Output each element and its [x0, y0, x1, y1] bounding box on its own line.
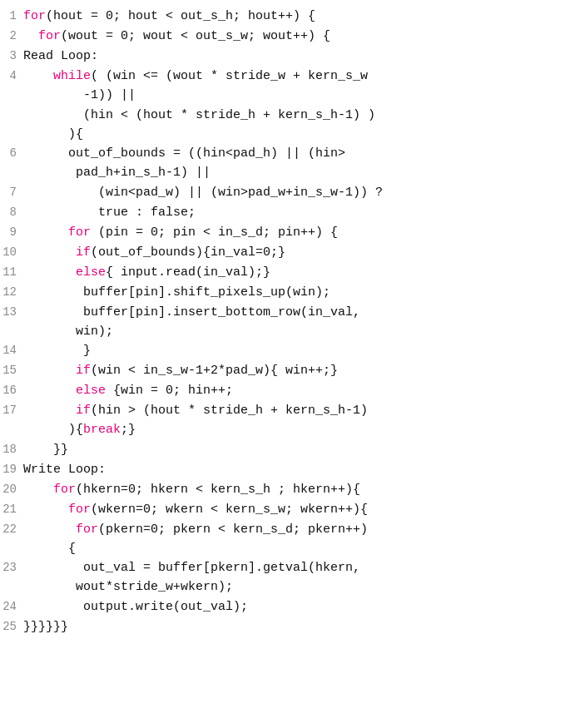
keyword-for-21: for: [68, 503, 91, 517]
line-content-18: }}: [23, 440, 570, 459]
line-num-18: 18: [0, 440, 23, 459]
line-content-17: if(hin > (hout * stride_h + kern_s_h-1) …: [23, 401, 570, 440]
line-content-6: out_of_bounds = ((hin<pad_h) || (hin> pa…: [23, 144, 570, 183]
code-line-20: 20 for(hkern=0; hkern < kern_s_h ; hkern…: [0, 480, 570, 500]
keyword-for-20: for: [53, 483, 76, 497]
line-num-19: 19: [0, 460, 23, 479]
line-content-1: for(hout = 0; hout < out_s_h; hout++) {: [23, 7, 570, 26]
line-num-7: 7: [0, 183, 23, 202]
line-num-11: 11: [0, 263, 23, 282]
line-num-9: 9: [0, 223, 23, 242]
line-content-23: out_val = buffer[pkern].getval(hkern, wo…: [23, 558, 570, 597]
code-line-9: 9 for (pin = 0; pin < in_s_d; pin++) {: [0, 223, 570, 243]
line-num-13: 13: [0, 303, 23, 322]
code-line-3: 3 Read Loop:: [0, 47, 570, 67]
line-num-4: 4: [0, 67, 23, 86]
line-num-15: 15: [0, 361, 23, 380]
code-line-19: 19 Write Loop:: [0, 460, 570, 480]
code-line-12: 12 buffer[pin].shift_pixels_up(win);: [0, 283, 570, 303]
code-line-1: 1 for(hout = 0; hout < out_s_h; hout++) …: [0, 7, 570, 27]
line-content-21: for(wkern=0; wkern < kern_s_w; wkern++){: [23, 500, 570, 519]
keyword-if-15: if: [76, 364, 91, 378]
line-content-14: }: [23, 341, 570, 360]
line-num-23: 23: [0, 558, 23, 577]
line-num-3: 3: [0, 47, 23, 66]
line-content-19: Write Loop:: [23, 460, 570, 479]
line-num-8: 8: [0, 203, 23, 222]
keyword-else-16: else: [76, 384, 106, 398]
keyword-while: while: [53, 69, 91, 83]
keyword-break: break: [83, 423, 121, 437]
line-content-20: for(hkern=0; hkern < kern_s_h ; hkern++)…: [23, 480, 570, 499]
line-num-22: 22: [0, 520, 23, 539]
line-num-14: 14: [0, 341, 23, 360]
line-content-2: for(wout = 0; wout < out_s_w; wout++) {: [23, 27, 570, 46]
code-line-13: 13 buffer[pin].insert_bottom_row(in_val,…: [0, 303, 570, 342]
line-content-25: }}}}}}: [23, 617, 570, 636]
code-line-8: 8 true : false;: [0, 203, 570, 223]
line-content-10: if(out_of_bounds){in_val=0;}: [23, 243, 570, 262]
code-line-14: 14 }: [0, 341, 570, 361]
line-num-1: 1: [0, 7, 23, 26]
line-content-8: true : false;: [23, 203, 570, 222]
line-num-16: 16: [0, 381, 23, 400]
code-line-4: 4 while( (win <= (wout * stride_w + kern…: [0, 67, 570, 144]
line-content-3: Read Loop:: [23, 47, 570, 66]
keyword-if-17: if: [76, 404, 91, 418]
code-line-10: 10 if(out_of_bounds){in_val=0;}: [0, 243, 570, 263]
keyword-for-2: for: [38, 29, 61, 43]
code-line-24: 24 output.write(out_val);: [0, 597, 570, 617]
line-content-24: output.write(out_val);: [23, 597, 570, 617]
line-content-11: else{ input.read(in_val);}: [23, 263, 570, 282]
code-line-22: 22 for(pkern=0; pkern < kern_s_d; pkern+…: [0, 520, 570, 559]
code-line-7: 7 (win<pad_w) || (win>pad_w+in_s_w-1)) ?: [0, 183, 570, 203]
code-line-16: 16 else {win = 0; hin++;: [0, 381, 570, 401]
code-line-25: 25 }}}}}}: [0, 617, 570, 637]
line-num-21: 21: [0, 500, 23, 519]
code-line-21: 21 for(wkern=0; wkern < kern_s_w; wkern+…: [0, 500, 570, 520]
line-content-4: while( (win <= (wout * stride_w + kern_s…: [23, 67, 570, 144]
code-line-6: 6 out_of_bounds = ((hin<pad_h) || (hin> …: [0, 144, 570, 183]
code-line-23: 23 out_val = buffer[pkern].getval(hkern,…: [0, 558, 570, 597]
line-num-24: 24: [0, 597, 23, 617]
code-line-17: 17 if(hin > (hout * stride_h + kern_s_h-…: [0, 401, 570, 440]
line-content-7: (win<pad_w) || (win>pad_w+in_s_w-1)) ?: [23, 183, 570, 202]
line-content-12: buffer[pin].shift_pixels_up(win);: [23, 283, 570, 302]
keyword-if-10: if: [76, 245, 91, 260]
keyword-else-11: else: [76, 265, 106, 280]
line-num-6: 6: [0, 144, 23, 163]
keyword-for-9: for: [68, 225, 91, 240]
line-num-17: 17: [0, 401, 23, 420]
line-num-20: 20: [0, 480, 23, 499]
line-content-22: for(pkern=0; pkern < kern_s_d; pkern++) …: [23, 520, 570, 559]
line-num-25: 25: [0, 617, 23, 636]
code-line-11: 11 else{ input.read(in_val);}: [0, 263, 570, 283]
code-line-2: 2 for(wout = 0; wout < out_s_w; wout++) …: [0, 27, 570, 47]
code-block: 1 for(hout = 0; hout < out_s_h; hout++) …: [0, 0, 570, 644]
line-num-12: 12: [0, 283, 23, 302]
code-line-15: 15 if(win < in_s_w-1+2*pad_w){ win++;}: [0, 361, 570, 381]
line-num-10: 10: [0, 243, 23, 262]
line-content-13: buffer[pin].insert_bottom_row(in_val, wi…: [23, 303, 570, 342]
line-content-16: else {win = 0; hin++;: [23, 381, 570, 400]
keyword-for-22: for: [76, 522, 98, 537]
line-content-15: if(win < in_s_w-1+2*pad_w){ win++;}: [23, 361, 570, 380]
line-content-9: for (pin = 0; pin < in_s_d; pin++) {: [23, 223, 570, 242]
keyword-for-1: for: [23, 9, 46, 23]
line-num-2: 2: [0, 27, 23, 46]
code-line-18: 18 }}: [0, 440, 570, 460]
